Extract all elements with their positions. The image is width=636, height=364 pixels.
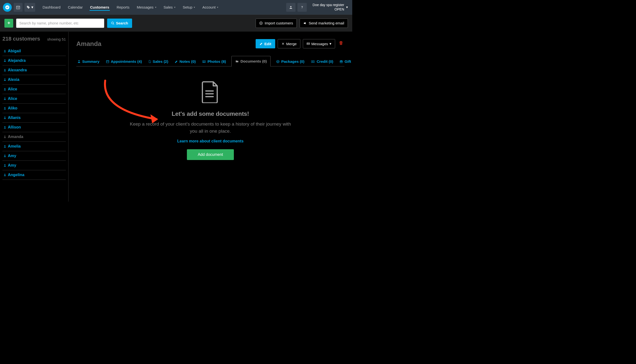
search-button[interactable]: Search	[107, 18, 132, 28]
tag-button[interactable]: ▾	[25, 3, 35, 12]
user-icon	[4, 173, 6, 177]
customer-detail: Amanda Edit Merge Messages ▾	[69, 32, 352, 202]
customer-item-name: Alice	[8, 87, 17, 91]
pencil-icon	[175, 60, 178, 63]
caret-down-icon: ▾	[174, 6, 175, 8]
customer-list-item[interactable]: Allison	[3, 123, 66, 132]
tab-notes[interactable]: Notes (0)	[174, 57, 197, 66]
customer-list-item[interactable]: Alexandra	[3, 66, 66, 75]
tab-credit[interactable]: Credit (0)	[310, 57, 334, 66]
customer-list-item[interactable]: Alexia	[3, 75, 66, 84]
folder-icon	[235, 60, 239, 63]
edit-button[interactable]: Edit	[256, 39, 275, 48]
customer-list-item[interactable]: Abigail	[3, 46, 66, 56]
add-document-button[interactable]: Add document	[187, 149, 234, 160]
nav-account[interactable]: Account▾	[202, 4, 219, 11]
customer-item-name: Angelina	[8, 173, 25, 177]
send-marketing-email-button[interactable]: Send marketing email	[300, 18, 348, 28]
nav-reports[interactable]: Reports	[116, 4, 130, 11]
main-menu: Dashboard Calendar Customers Reports Mes…	[42, 4, 219, 11]
app-logo[interactable]	[3, 3, 12, 12]
nav-messages[interactable]: Messages▾	[136, 4, 156, 11]
delete-button[interactable]	[338, 39, 344, 48]
svg-line-8	[113, 24, 114, 24]
user-icon	[4, 59, 6, 62]
customer-list-item[interactable]: Allanis	[3, 113, 66, 123]
user-icon	[77, 60, 81, 63]
caret-down-icon: ▾	[31, 5, 33, 10]
megaphone-icon	[303, 22, 307, 25]
tag-icon	[27, 5, 30, 9]
tab-gift[interactable]: Gift vouchers (1)	[339, 57, 352, 66]
customer-list-item[interactable]: Alice	[3, 84, 66, 94]
svg-point-5	[290, 6, 291, 7]
svg-point-19	[5, 136, 6, 137]
learn-more-link[interactable]: Learn more about client documents	[177, 139, 243, 144]
search-input[interactable]	[16, 18, 104, 28]
svg-point-15	[5, 98, 6, 99]
tab-sales[interactable]: Sales (2)	[147, 57, 169, 66]
nav-sales[interactable]: Sales▾	[163, 4, 176, 11]
add-customer-button[interactable]: +	[5, 19, 13, 28]
empty-text: Keep a record of your client's documents…	[130, 121, 291, 134]
customer-item-name: Abigail	[8, 49, 21, 53]
package-icon	[276, 60, 280, 63]
nav-calendar[interactable]: Calendar	[67, 4, 83, 11]
svg-point-21	[5, 155, 6, 156]
svg-point-17	[5, 117, 6, 118]
register-name: Doe day spa register	[313, 3, 344, 7]
help-button[interactable]: ?	[297, 3, 307, 12]
customer-name: Amanda	[76, 40, 102, 48]
tab-summary[interactable]: Summary	[76, 57, 101, 66]
merge-button[interactable]: Merge	[278, 39, 300, 48]
customer-list-item[interactable]: Amelia	[3, 142, 66, 151]
nav-setup[interactable]: Setup▾	[182, 4, 195, 11]
documents-empty-state: Let's add some documents! Keep a record …	[76, 81, 344, 160]
caret-down-icon: ▾	[155, 6, 156, 8]
user-icon	[4, 78, 6, 81]
customer-list-item[interactable]: Amy	[3, 151, 66, 161]
user-icon	[4, 68, 6, 72]
tab-label: Notes (0)	[179, 59, 196, 64]
tab-documents[interactable]: Documents (0)	[232, 56, 271, 66]
customer-list-item[interactable]: Amanda	[3, 132, 66, 142]
svg-point-22	[5, 164, 6, 166]
messages-button[interactable]: Messages ▾	[303, 39, 335, 48]
svg-point-25	[79, 60, 80, 62]
nav-customers[interactable]: Customers	[90, 4, 110, 11]
customer-list-item[interactable]: Aliko	[3, 104, 66, 113]
user-icon	[4, 116, 6, 120]
tab-packages[interactable]: Packages (0)	[275, 57, 306, 66]
user-account-button[interactable]	[286, 3, 296, 12]
calendar-add-button[interactable]	[14, 3, 23, 12]
user-icon	[4, 164, 6, 167]
customer-item-name: Alexandra	[8, 68, 27, 72]
customer-item-name: Alejandra	[8, 58, 26, 63]
caret-down-icon: ▾	[346, 5, 348, 10]
user-icon	[4, 154, 6, 158]
merge-icon	[281, 42, 285, 46]
document-icon	[202, 81, 219, 103]
customer-list-item[interactable]: Amy	[3, 161, 66, 170]
svg-point-7	[112, 22, 113, 24]
tab-photos[interactable]: Photos (8)	[201, 57, 227, 66]
sidebar-header: 218 customers showing 51	[3, 36, 66, 42]
caret-down-icon: ▾	[217, 6, 218, 8]
customer-item-name: Allison	[8, 125, 21, 130]
svg-point-11	[5, 60, 6, 60]
trash-icon	[339, 40, 343, 46]
import-customers-button[interactable]: Import customers	[256, 18, 297, 28]
customer-list-item[interactable]: Alejandra	[3, 56, 66, 66]
customer-list-item[interactable]: Angelina	[3, 170, 66, 180]
customer-list-item[interactable]: Alice	[3, 94, 66, 104]
svg-point-10	[5, 50, 6, 51]
register-selector[interactable]: Doe day spa register OPEN ▾	[311, 2, 349, 12]
tab-label: Credit (0)	[317, 59, 333, 64]
tab-label: Packages (0)	[281, 59, 305, 64]
tab-appointments[interactable]: Appointments (4)	[105, 57, 143, 66]
gift-icon	[340, 60, 343, 63]
user-icon	[4, 97, 6, 100]
svg-point-12	[5, 69, 6, 70]
main-content: 218 customers showing 51 AbigailAlejandr…	[0, 32, 352, 202]
nav-dashboard[interactable]: Dashboard	[42, 4, 61, 11]
